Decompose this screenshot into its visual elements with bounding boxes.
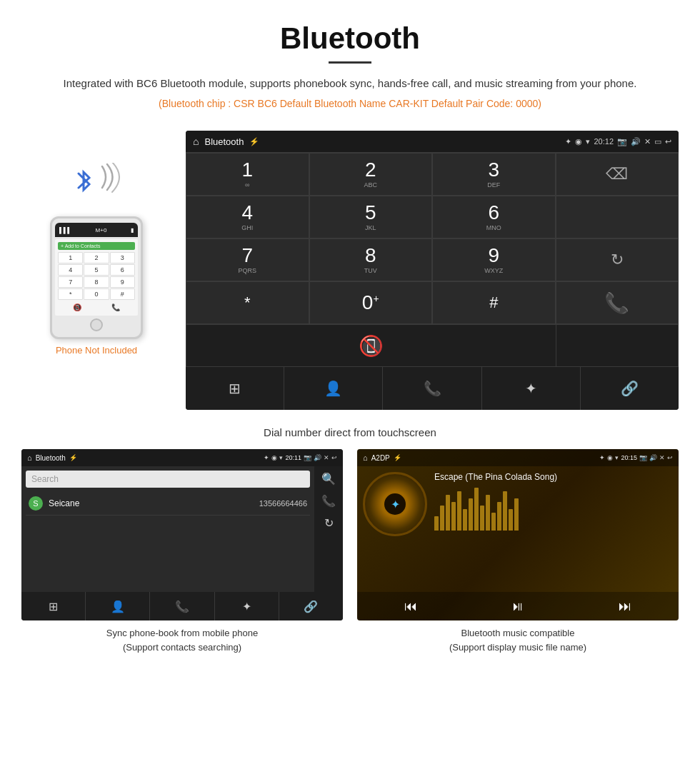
bottom-row: ⌂ Bluetooth ⚡ ✦ ◉ ▾ 20:11 📷 🔊 ✕ ↩ [0, 449, 700, 658]
dial-empty-r5 [556, 324, 679, 367]
phone-key-8[interactable]: 8 [84, 276, 109, 288]
dial-call-green[interactable]: 📞 [556, 281, 679, 324]
dial-key-8[interactable]: 8 TUV [309, 238, 433, 281]
phone-key-1[interactable]: 1 [58, 252, 83, 263]
prev-button[interactable]: ⏮ [404, 599, 417, 614]
signal-waves [96, 163, 125, 198]
vis-bar-14 [509, 509, 513, 531]
phone-key-5[interactable]: 5 [84, 264, 109, 276]
status-signal-icon: ▾ [586, 137, 590, 146]
pb-contact-row[interactable]: S Seicane 13566664466 [26, 492, 310, 516]
pb-func-person[interactable]: 👤 [86, 592, 150, 620]
music-caption: Bluetooth music compatible (Support disp… [357, 620, 679, 658]
dial-key-9[interactable]: 9 WXYZ [432, 238, 556, 281]
pb-contact-number: 13566664466 [259, 499, 307, 508]
dial-key-6[interactable]: 6 MNO [432, 196, 556, 238]
pb-sidebar-phone[interactable]: 📞 [321, 494, 336, 508]
play-pause-button[interactable]: ⏯ [511, 599, 524, 614]
phone-key-3[interactable]: 3 [110, 252, 135, 263]
call-end-icon: 📵 [359, 334, 384, 358]
music-loc-icon: ◉ [607, 454, 613, 461]
dial-key-2[interactable]: 2 ABC [309, 153, 433, 196]
phone-key-9[interactable]: 9 [110, 276, 135, 288]
phonebook-caption-line1: Sync phone-book from mobile phone [106, 628, 258, 638]
music-caption-line2: (Support display music file name) [449, 642, 586, 653]
music-main-content: ✦ Escape (The Pina Colada Song) [357, 466, 679, 592]
statusbar-screen-title: Bluetooth [204, 136, 244, 147]
func-recents-icon[interactable]: 📞 [383, 367, 481, 410]
pb-main-content: Search S Seicane 13566664466 🔍 📞 ↻ [21, 466, 343, 592]
phonebook-card: ⌂ Bluetooth ⚡ ✦ ◉ ▾ 20:11 📷 🔊 ✕ ↩ [21, 449, 343, 658]
phone-carrier: M+0 [96, 227, 107, 233]
phone-key-2[interactable]: 2 [84, 252, 109, 263]
dial-key-7[interactable]: 7 PQRS [186, 238, 309, 281]
func-link-icon[interactable]: 🔗 [581, 367, 679, 410]
status-bt-icon: ✦ [565, 137, 571, 146]
dial-key-4[interactable]: 4 GHI [186, 196, 309, 238]
dial-key-5[interactable]: 5 JKL [309, 196, 433, 238]
phone-dialpad: 1 2 3 4 5 6 7 8 9 * 0 # [58, 252, 135, 300]
music-sig-icon: ▾ [615, 454, 619, 461]
pb-statusbar: ⌂ Bluetooth ⚡ ✦ ◉ ▾ 20:11 📷 🔊 ✕ ↩ [21, 449, 343, 466]
dial-key-1[interactable]: 1 ∞ [186, 153, 309, 196]
pb-sidebar-refresh[interactable]: ↻ [324, 516, 334, 530]
func-contacts-icon[interactable]: 👤 [284, 367, 383, 410]
status-x-icon: ✕ [644, 137, 651, 146]
status-home-icon[interactable]: ⌂ [193, 136, 199, 147]
phone-not-included-label: Phone Not Included [56, 345, 137, 356]
vis-bar-3 [446, 495, 450, 531]
phone-key-6[interactable]: 6 [110, 264, 135, 276]
phone-call-btn[interactable]: 📞 [111, 303, 120, 311]
dialpad-caption: Dial number direct from touchscreen [0, 421, 700, 449]
music-x-icon: ✕ [659, 454, 665, 461]
pb-screen-content: ⌂ Bluetooth ⚡ ✦ ◉ ▾ 20:11 📷 🔊 ✕ ↩ [21, 449, 343, 620]
dial-key-star[interactable]: * [186, 281, 309, 324]
music-statusbar: ⌂ A2DP ⚡ ✦ ◉ ▾ 20:15 📷 🔊 ✕ ↩ [357, 449, 679, 466]
music-caption-line1: Bluetooth music compatible [461, 628, 575, 638]
pb-usb-icon: ⚡ [69, 454, 77, 461]
pb-sidebar: 🔍 📞 ↻ [314, 466, 343, 592]
dial-backspace[interactable]: ⌫ [556, 153, 679, 196]
vis-bar-12 [497, 502, 501, 531]
pb-func-grid[interactable]: ⊞ [21, 592, 86, 620]
phone-end-btn[interactable]: 📵 [73, 303, 81, 311]
pb-func-bt[interactable]: ✦ [215, 592, 279, 620]
pb-func-call[interactable]: 📞 [150, 592, 214, 620]
bluetooth-logo [71, 166, 96, 198]
phone-key-4[interactable]: 4 [58, 264, 83, 276]
next-button[interactable]: ⏭ [619, 599, 631, 614]
vis-bar-15 [514, 498, 519, 531]
dial-redial[interactable]: ↻ [556, 238, 679, 281]
pb-sidebar-search[interactable]: 🔍 [321, 472, 336, 486]
dial-key-3[interactable]: 3 DEF [432, 153, 556, 196]
phonebook-caption: Sync phone-book from mobile phone (Suppo… [21, 620, 343, 658]
pb-back-icon: ↩ [331, 454, 337, 461]
pb-bt-icon: ✦ [264, 454, 269, 461]
phone-key-star[interactable]: * [58, 288, 83, 300]
pb-x-icon: ✕ [324, 454, 329, 461]
phone-area: ▌▌▌ M+0 ▮ + Add to Contacts 1 2 3 4 5 6 … [21, 131, 171, 410]
pb-cam-icon: 📷 [304, 454, 311, 461]
pb-func-link[interactable]: 🔗 [279, 592, 343, 620]
bluetooth-signal-area [68, 159, 125, 209]
dial-end-btn-cell[interactable]: 📵 [186, 324, 556, 367]
vis-bar-6 [463, 509, 467, 531]
pb-search-field[interactable]: Search [26, 471, 310, 488]
phone-home-button[interactable] [90, 318, 103, 331]
call-green-icon: 📞 [604, 291, 629, 315]
phone-key-hash[interactable]: # [110, 288, 135, 300]
phone-key-7[interactable]: 7 [58, 276, 83, 288]
status-camera-icon: 📷 [617, 137, 627, 146]
func-dialpad-icon[interactable]: ⊞ [186, 367, 284, 410]
statusbar-left: ⌂ Bluetooth ⚡ [193, 136, 259, 147]
backspace-icon: ⌫ [606, 165, 628, 184]
status-location-icon: ◉ [575, 137, 582, 146]
vis-bar-5 [457, 491, 461, 531]
phone-key-0[interactable]: 0 [84, 288, 109, 300]
music-time: 20:15 [621, 454, 637, 461]
pb-loc-icon: ◉ [271, 454, 277, 461]
dial-key-hash[interactable]: # [432, 281, 556, 324]
music-screen: ⌂ A2DP ⚡ ✦ ◉ ▾ 20:15 📷 🔊 ✕ ↩ [357, 449, 679, 620]
dial-key-0[interactable]: 0+ [309, 281, 433, 324]
func-bluetooth-icon[interactable]: ✦ [482, 367, 581, 410]
